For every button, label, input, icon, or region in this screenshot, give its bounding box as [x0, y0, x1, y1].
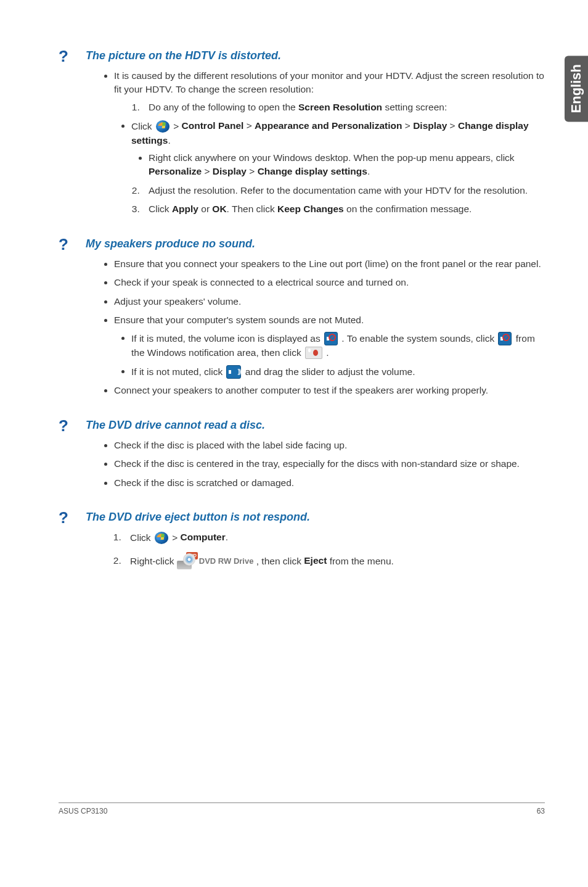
sub-bullet-not-muted: If it is not muted, click and drag the s…	[131, 365, 545, 379]
step-1: Do any of the following to open the Scre…	[142, 101, 545, 114]
question-mark-icon: ?	[59, 48, 68, 64]
step-1: Click > Computer.	[124, 530, 545, 545]
bullet: Check if the disc is scratched or damage…	[114, 476, 545, 490]
question-mark-icon: ?	[59, 510, 68, 526]
bullet: Connect your speakers to another compute…	[114, 384, 545, 397]
right-click-instruction: Right click anywhere on your Windows des…	[149, 151, 545, 179]
bullet: Check if the disc is centered in the tra…	[114, 457, 545, 471]
qa-hdtv-distorted: ? The picture on the HDTV is distorted. …	[59, 49, 545, 217]
question-title: The DVD drive eject button is not respon…	[86, 511, 310, 524]
language-tab: English	[565, 56, 588, 122]
bullet-muted: Ensure that your computer's system sound…	[114, 313, 545, 379]
question-title: The picture on the HDTV is distorted.	[86, 49, 281, 62]
step-3: Click Apply or OK. Then click Keep Chang…	[142, 202, 545, 216]
bullet: Check if the disc is placed with the lab…	[114, 439, 545, 452]
sub-bullet-muted: If it is muted, the volume icon is displ…	[131, 331, 545, 360]
dvd-drive-icon: DVD DVD RW Drive	[177, 553, 254, 569]
question-title: My speakers produce no sound.	[86, 237, 255, 250]
page-number: 63	[537, 807, 545, 815]
answer-intro: It is caused by the different resolution…	[114, 69, 545, 217]
question-mark-icon: ?	[59, 236, 68, 252]
qa-speakers-no-sound: ? My speakers produce no sound. Ensure t…	[59, 237, 545, 398]
page-footer: ASUS CP3130 63	[59, 802, 545, 815]
footer-product: ASUS CP3130	[59, 807, 107, 815]
step-2: Adjust the resolution. Refer to the docu…	[142, 184, 545, 197]
question-title: The DVD drive cannot read a disc.	[86, 419, 265, 432]
bullet: Check if your speak is connected to a el…	[114, 276, 545, 289]
bullet: Adjust your speakers' volume.	[114, 295, 545, 308]
windows-start-icon	[155, 532, 168, 544]
qa-dvd-eject: ? The DVD drive eject button is not resp…	[59, 511, 545, 569]
qa-dvd-read: ? The DVD drive cannot read a disc. Chec…	[59, 419, 545, 490]
question-mark-icon: ?	[59, 418, 68, 434]
volume-muted-icon	[324, 332, 338, 345]
windows-start-icon	[156, 120, 169, 133]
bullet: Ensure that you connect your speakers to…	[114, 257, 545, 271]
volume-icon	[226, 365, 241, 379]
volume-muted-icon	[498, 332, 512, 345]
click-path: Click > Control Panel > Appearance and P…	[131, 119, 545, 179]
step-2: Right-click DVD DVD RW Drive , then clic…	[124, 553, 545, 569]
mixer-icon	[305, 347, 322, 359]
